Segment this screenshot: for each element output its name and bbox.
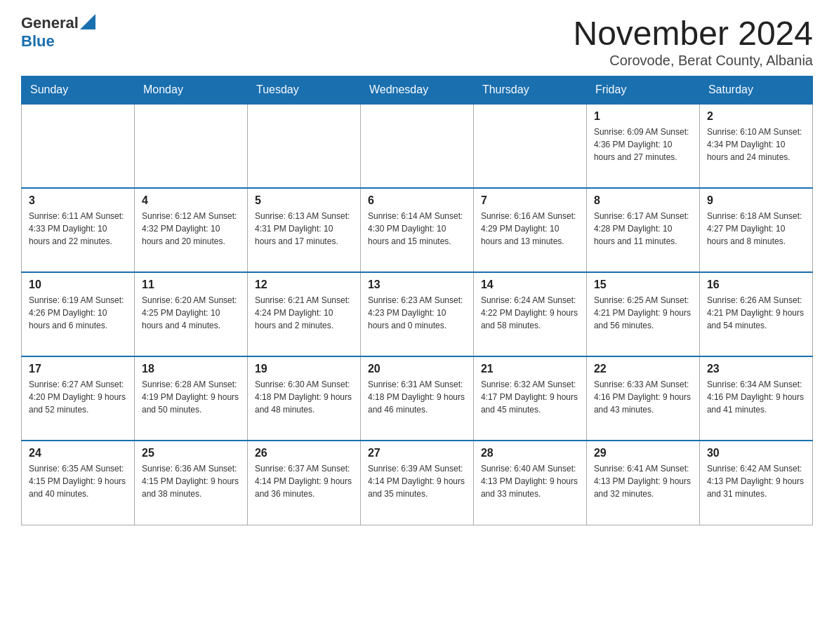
day-number: 10 [29, 279, 127, 291]
table-row: 22Sunrise: 6:33 AM Sunset: 4:16 PM Dayli… [586, 356, 699, 441]
day-info: Sunrise: 6:25 AM Sunset: 4:21 PM Dayligh… [594, 294, 692, 332]
table-row [134, 104, 247, 188]
day-info: Sunrise: 6:17 AM Sunset: 4:28 PM Dayligh… [594, 210, 692, 248]
day-number: 22 [594, 363, 692, 375]
day-number: 4 [142, 194, 240, 207]
table-row: 26Sunrise: 6:37 AM Sunset: 4:14 PM Dayli… [247, 441, 360, 525]
day-info: Sunrise: 6:24 AM Sunset: 4:22 PM Dayligh… [481, 294, 579, 332]
day-info: Sunrise: 6:32 AM Sunset: 4:17 PM Dayligh… [481, 378, 579, 416]
day-number: 9 [707, 194, 805, 207]
table-row [473, 104, 586, 188]
day-info: Sunrise: 6:11 AM Sunset: 4:33 PM Dayligh… [29, 210, 127, 248]
day-info: Sunrise: 6:26 AM Sunset: 4:21 PM Dayligh… [707, 294, 805, 332]
table-row: 24Sunrise: 6:35 AM Sunset: 4:15 PM Dayli… [22, 441, 135, 525]
header-sunday: Sunday [22, 76, 135, 105]
header-wednesday: Wednesday [360, 76, 473, 105]
table-row: 30Sunrise: 6:42 AM Sunset: 4:13 PM Dayli… [699, 441, 812, 525]
day-info: Sunrise: 6:39 AM Sunset: 4:14 PM Dayligh… [368, 462, 466, 500]
day-number: 28 [481, 447, 579, 459]
title-area: November 2024 Corovode, Berat County, Al… [573, 14, 813, 69]
day-info: Sunrise: 6:12 AM Sunset: 4:32 PM Dayligh… [142, 210, 240, 248]
page-subtitle: Corovode, Berat County, Albania [573, 53, 813, 69]
day-number: 20 [368, 363, 466, 375]
table-row: 16Sunrise: 6:26 AM Sunset: 4:21 PM Dayli… [699, 272, 812, 356]
svg-marker-0 [80, 14, 95, 29]
table-row [247, 104, 360, 188]
logo-blue: Blue [21, 32, 55, 50]
day-number: 23 [707, 363, 805, 375]
day-number: 11 [142, 279, 240, 291]
calendar-week-1: 1Sunrise: 6:09 AM Sunset: 4:36 PM Daylig… [22, 104, 813, 188]
table-row: 11Sunrise: 6:20 AM Sunset: 4:25 PM Dayli… [134, 272, 247, 356]
table-row: 7Sunrise: 6:16 AM Sunset: 4:29 PM Daylig… [473, 188, 586, 272]
day-info: Sunrise: 6:31 AM Sunset: 4:18 PM Dayligh… [368, 378, 466, 416]
table-row: 20Sunrise: 6:31 AM Sunset: 4:18 PM Dayli… [360, 356, 473, 441]
day-number: 14 [481, 279, 579, 291]
header-saturday: Saturday [699, 76, 812, 105]
table-row: 17Sunrise: 6:27 AM Sunset: 4:20 PM Dayli… [22, 356, 135, 441]
table-row: 23Sunrise: 6:34 AM Sunset: 4:16 PM Dayli… [699, 356, 812, 441]
table-row: 29Sunrise: 6:41 AM Sunset: 4:13 PM Dayli… [586, 441, 699, 525]
day-number: 21 [481, 363, 579, 375]
table-row: 2Sunrise: 6:10 AM Sunset: 4:34 PM Daylig… [699, 104, 812, 188]
header-thursday: Thursday [473, 76, 586, 105]
day-number: 25 [142, 447, 240, 459]
table-row: 12Sunrise: 6:21 AM Sunset: 4:24 PM Dayli… [247, 272, 360, 356]
page-title: November 2024 [573, 14, 813, 53]
day-number: 8 [594, 194, 692, 207]
day-number: 6 [368, 194, 466, 207]
table-row: 13Sunrise: 6:23 AM Sunset: 4:23 PM Dayli… [360, 272, 473, 356]
day-info: Sunrise: 6:42 AM Sunset: 4:13 PM Dayligh… [707, 462, 805, 500]
calendar-week-3: 10Sunrise: 6:19 AM Sunset: 4:26 PM Dayli… [22, 272, 813, 356]
day-info: Sunrise: 6:40 AM Sunset: 4:13 PM Dayligh… [481, 462, 579, 500]
table-row: 21Sunrise: 6:32 AM Sunset: 4:17 PM Dayli… [473, 356, 586, 441]
table-row: 19Sunrise: 6:30 AM Sunset: 4:18 PM Dayli… [247, 356, 360, 441]
day-info: Sunrise: 6:35 AM Sunset: 4:15 PM Dayligh… [29, 462, 127, 500]
table-row: 18Sunrise: 6:28 AM Sunset: 4:19 PM Dayli… [134, 356, 247, 441]
day-number: 13 [368, 279, 466, 291]
day-info: Sunrise: 6:41 AM Sunset: 4:13 PM Dayligh… [594, 462, 692, 500]
day-number: 24 [29, 447, 127, 459]
table-row: 1Sunrise: 6:09 AM Sunset: 4:36 PM Daylig… [586, 104, 699, 188]
day-number: 3 [29, 194, 127, 207]
day-info: Sunrise: 6:16 AM Sunset: 4:29 PM Dayligh… [481, 210, 579, 248]
header-monday: Monday [134, 76, 247, 105]
day-number: 15 [594, 279, 692, 291]
calendar-week-5: 24Sunrise: 6:35 AM Sunset: 4:15 PM Dayli… [22, 441, 813, 525]
table-row: 6Sunrise: 6:14 AM Sunset: 4:30 PM Daylig… [360, 188, 473, 272]
day-info: Sunrise: 6:19 AM Sunset: 4:26 PM Dayligh… [29, 294, 127, 332]
day-number: 17 [29, 363, 127, 375]
day-info: Sunrise: 6:14 AM Sunset: 4:30 PM Dayligh… [368, 210, 466, 248]
calendar-week-2: 3Sunrise: 6:11 AM Sunset: 4:33 PM Daylig… [22, 188, 813, 272]
day-info: Sunrise: 6:20 AM Sunset: 4:25 PM Dayligh… [142, 294, 240, 332]
day-info: Sunrise: 6:10 AM Sunset: 4:34 PM Dayligh… [707, 126, 805, 163]
table-row: 9Sunrise: 6:18 AM Sunset: 4:27 PM Daylig… [699, 188, 812, 272]
day-number: 19 [255, 363, 353, 375]
day-number: 2 [707, 110, 805, 123]
day-number: 30 [707, 447, 805, 459]
day-info: Sunrise: 6:09 AM Sunset: 4:36 PM Dayligh… [594, 126, 692, 163]
table-row: 5Sunrise: 6:13 AM Sunset: 4:31 PM Daylig… [247, 188, 360, 272]
day-info: Sunrise: 6:37 AM Sunset: 4:14 PM Dayligh… [255, 462, 353, 500]
weekday-header-row: Sunday Monday Tuesday Wednesday Thursday… [22, 76, 813, 105]
day-info: Sunrise: 6:27 AM Sunset: 4:20 PM Dayligh… [29, 378, 127, 416]
day-number: 16 [707, 279, 805, 291]
day-number: 27 [368, 447, 466, 459]
day-info: Sunrise: 6:18 AM Sunset: 4:27 PM Dayligh… [707, 210, 805, 248]
day-number: 1 [594, 110, 692, 123]
day-info: Sunrise: 6:28 AM Sunset: 4:19 PM Dayligh… [142, 378, 240, 416]
table-row: 25Sunrise: 6:36 AM Sunset: 4:15 PM Dayli… [134, 441, 247, 525]
day-info: Sunrise: 6:21 AM Sunset: 4:24 PM Dayligh… [255, 294, 353, 332]
day-info: Sunrise: 6:33 AM Sunset: 4:16 PM Dayligh… [594, 378, 692, 416]
page-header: General Blue November 2024 Corovode, Ber… [21, 14, 813, 69]
logo-general: General [21, 14, 79, 32]
day-info: Sunrise: 6:13 AM Sunset: 4:31 PM Dayligh… [255, 210, 353, 248]
day-number: 12 [255, 279, 353, 291]
day-number: 29 [594, 447, 692, 459]
day-info: Sunrise: 6:34 AM Sunset: 4:16 PM Dayligh… [707, 378, 805, 416]
table-row: 10Sunrise: 6:19 AM Sunset: 4:26 PM Dayli… [22, 272, 135, 356]
day-info: Sunrise: 6:23 AM Sunset: 4:23 PM Dayligh… [368, 294, 466, 332]
day-number: 7 [481, 194, 579, 207]
day-info: Sunrise: 6:30 AM Sunset: 4:18 PM Dayligh… [255, 378, 353, 416]
logo-triangle-icon [80, 14, 95, 29]
